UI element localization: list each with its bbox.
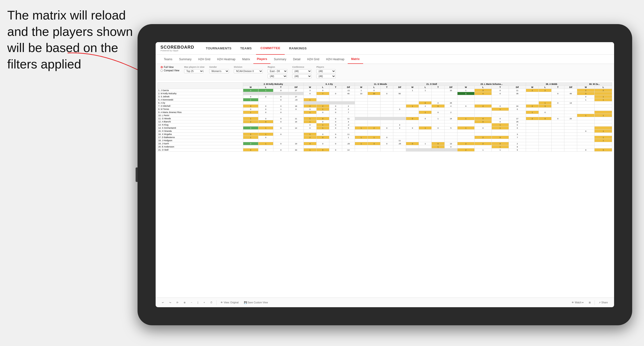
compact-view-radio-circle <box>160 69 163 72</box>
redo-btn[interactable]: ↪ <box>168 301 172 305</box>
plus-btn[interactable]: + <box>202 301 206 305</box>
subnav-summary2[interactable]: Summary <box>270 55 290 64</box>
matrix-cell <box>552 149 564 152</box>
subnav-matrix2[interactable]: Matrix <box>348 55 363 64</box>
view-original-btn[interactable]: 👁 View: Original <box>219 301 240 305</box>
matrix-cell <box>444 92 457 95</box>
max-players-select[interactable]: Top 25 Top 50 All <box>184 69 204 73</box>
compact-view-radio[interactable]: Compact View <box>160 69 179 72</box>
matrix-cell <box>526 101 538 105</box>
matrix-cell <box>552 142 564 145</box>
th-player <box>158 83 243 89</box>
nav-rankings[interactable]: RANKINGS <box>285 42 311 55</box>
matrix-cell: 8 <box>509 145 526 149</box>
matrix-cell <box>288 101 304 105</box>
conference-select[interactable]: (All) <box>292 69 312 73</box>
matrix-cell: 0 <box>577 149 594 152</box>
matrix-cell <box>577 101 594 105</box>
subnav-h2h-heatmap2[interactable]: H2H Heatmap <box>322 55 348 64</box>
matrix-cell <box>243 123 258 127</box>
matrix-cell <box>258 98 274 101</box>
matrix-cell <box>444 133 457 136</box>
matrix-table: 2. M Kelly Mulcahy 6. A Dy 11. G Woods 2… <box>158 82 612 152</box>
zoom-btn[interactable]: ⊕ <box>182 301 187 305</box>
player-name-cell: 16. X Mcgaha <box>158 133 243 136</box>
matrix-cell: 0 <box>432 105 444 108</box>
filter-max-players: Max players in view Top 25 Top 50 All <box>184 66 204 73</box>
matrix-cell: 17 <box>288 95 304 98</box>
clock-btn[interactable]: ⏱ <box>209 301 214 305</box>
table-row: 13. N Klug010-2310 <box>158 123 612 127</box>
matrix-cell <box>457 111 474 114</box>
th-l3: L <box>368 86 380 89</box>
matrix-cell: 1 <box>304 120 316 123</box>
matrix-cell <box>406 145 419 149</box>
matrix-cell: 1 <box>274 108 288 111</box>
matrix-cell: 0 <box>492 105 509 108</box>
matrix-cell: 4 <box>243 149 258 152</box>
nav-tournaments[interactable]: TOURNAMENTS <box>202 42 236 55</box>
undo-btn[interactable]: ↩ <box>160 301 165 305</box>
division-select[interactable]: NCAA Division II NCAA Division I NCAA Di… <box>234 69 263 73</box>
nav-teams[interactable]: TEAMS <box>236 42 256 55</box>
matrix-area[interactable]: 2. M Kelly Mulcahy 6. A Dy 11. G Woods 2… <box>156 80 614 298</box>
matrix-cell: 0 <box>316 117 329 120</box>
players-select[interactable]: (All) <box>316 69 336 73</box>
filter-players: Players (All) (All) <box>316 66 336 78</box>
matrix-cell <box>538 133 551 136</box>
region-select[interactable]: East - DII (All) <box>268 69 288 73</box>
matrix-cell <box>393 101 406 105</box>
matrix-cell <box>474 130 492 133</box>
minus-btn[interactable]: − <box>190 301 194 305</box>
subnav-h2h-grid2[interactable]: H2H Grid <box>304 55 322 64</box>
matrix-cell <box>288 139 304 142</box>
matrix-cell: 1 <box>492 108 509 111</box>
save-custom-btn[interactable]: 💾 Save Custom View <box>242 301 269 305</box>
subnav-summary1[interactable]: Summary <box>176 55 195 64</box>
matrix-cell: 2 <box>509 142 526 145</box>
player-name-cell: 17. D Ballesteros <box>158 136 243 139</box>
matrix-cell: 0 <box>243 108 258 111</box>
th-player-60: 60. W Za... <box>577 83 612 86</box>
matrix-cell <box>258 114 274 117</box>
conference-select2[interactable]: (All) <box>292 74 312 78</box>
nav-committee[interactable]: COMMITTEE <box>256 42 285 55</box>
refresh-btn[interactable]: ⟳ <box>175 301 180 305</box>
matrix-cell: 16 <box>288 120 304 123</box>
matrix-cell: 0 <box>474 127 492 130</box>
full-view-radio[interactable]: Full View <box>160 66 179 68</box>
subnav-detail[interactable]: Detail <box>290 55 304 64</box>
subnav-h2h-grid1[interactable]: H2H Grid <box>195 55 214 64</box>
matrix-cell: 0 <box>258 120 274 123</box>
matrix-cell <box>393 114 406 117</box>
matrix-cell: 0 <box>329 149 342 152</box>
subnav-players[interactable]: Players <box>253 55 270 64</box>
matrix-cell <box>594 142 612 145</box>
matrix-cell: 2 <box>457 142 474 145</box>
player-name-cell: 20. E Andersson <box>158 145 243 149</box>
matrix-cell: 0 <box>274 133 288 136</box>
region-select2[interactable]: (All) <box>268 74 287 78</box>
matrix-cell: 0 <box>329 117 342 120</box>
subnav-teams[interactable]: Teams <box>160 55 176 64</box>
matrix-cell: 0 <box>258 105 274 108</box>
matrix-cell <box>406 108 419 111</box>
matrix-cell <box>526 98 538 101</box>
matrix-cell <box>243 130 258 133</box>
matrix-cell: 0 <box>274 111 288 114</box>
matrix-cell <box>406 136 419 139</box>
share-btn[interactable]: ↗ Share <box>597 301 609 305</box>
grid-btn[interactable]: ⊞ <box>587 301 592 305</box>
matrix-cell <box>457 108 474 111</box>
players-select2[interactable]: (All) <box>316 74 336 78</box>
subnav-matrix1[interactable]: Matrix <box>239 55 254 64</box>
gender-select[interactable]: Women's Men's <box>209 69 229 73</box>
matrix-cell <box>393 120 406 123</box>
watch-btn[interactable]: 👁 Watch ▾ <box>570 301 585 305</box>
matrix-cell <box>342 130 355 133</box>
matrix-cell: 2 <box>419 105 432 108</box>
matrix-cell <box>577 108 594 111</box>
matrix-cell <box>380 139 393 142</box>
subnav-h2h-heatmap1[interactable]: H2H Heatmap <box>214 55 239 64</box>
th-l2: L <box>316 86 329 89</box>
